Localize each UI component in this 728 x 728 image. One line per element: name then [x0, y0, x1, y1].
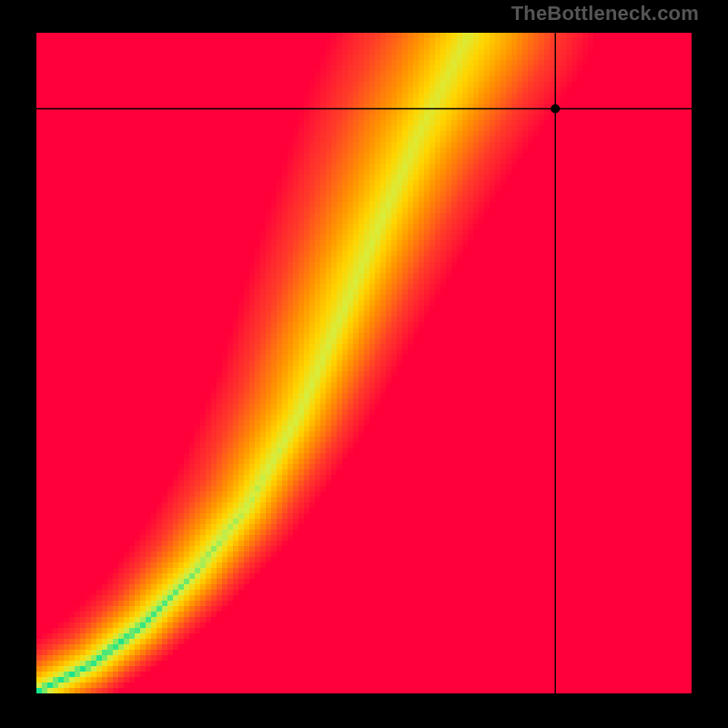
heatmap-overlay: [36, 33, 692, 693]
heatmap-plot: [36, 33, 692, 693]
watermark: TheBottleneck.com: [511, 2, 699, 25]
frame: TheBottleneck.com: [0, 0, 728, 728]
marker-dot: [551, 104, 560, 113]
